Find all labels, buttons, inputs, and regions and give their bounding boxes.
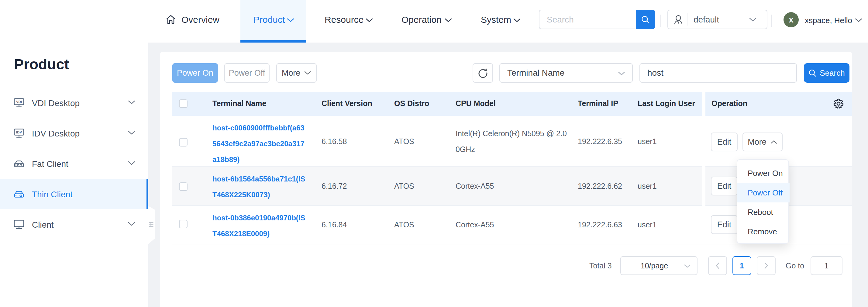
svg-text:VDI: VDI <box>16 100 22 104</box>
svg-text:IDV: IDV <box>16 130 22 134</box>
